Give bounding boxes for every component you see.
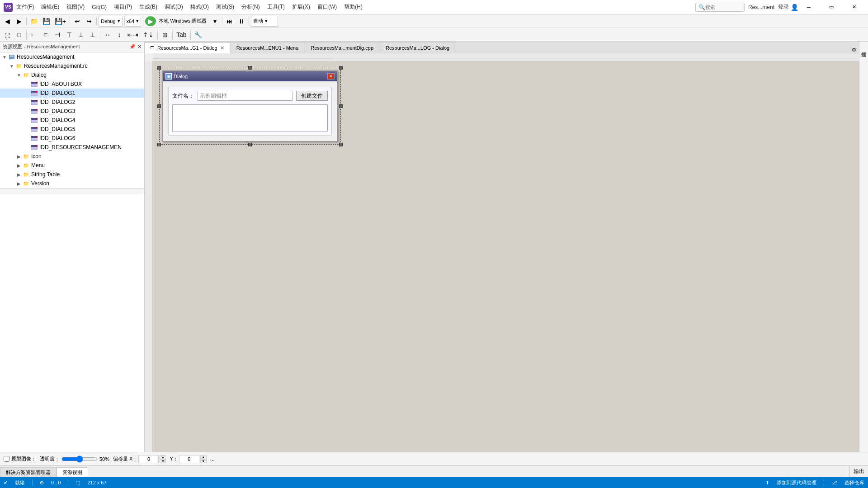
- menu-git[interactable]: Git(G): [88, 2, 110, 12]
- handle-br[interactable]: [339, 143, 343, 146]
- tab-dialog1[interactable]: 🗔 ResourcesMa...G1 - Dialog ✕: [145, 42, 230, 53]
- dialog-title-bar[interactable]: ▣ Dialog ✕: [163, 71, 337, 81]
- forward-button[interactable]: ▶: [14, 16, 24, 27]
- offset-x-input[interactable]: [138, 455, 159, 463]
- handle-bm[interactable]: [248, 143, 252, 146]
- redo-button[interactable]: ↪: [84, 16, 94, 27]
- prototype-checkbox-label[interactable]: 原型图像：: [4, 455, 36, 462]
- menu-format[interactable]: 格式(O): [187, 1, 212, 13]
- undo-button[interactable]: ↩: [72, 16, 83, 27]
- save-button[interactable]: 💾: [41, 16, 52, 27]
- pause-button[interactable]: ⏸: [236, 16, 247, 27]
- tree-idd-dialog6[interactable]: IDD_DIALOG6: [0, 134, 144, 143]
- offset-y-down[interactable]: ▼: [200, 459, 207, 463]
- save-all-button[interactable]: 💾+: [53, 16, 68, 27]
- minimize-button[interactable]: ─: [798, 0, 819, 14]
- properties-tab[interactable]: 属性: [859, 42, 868, 55]
- menu-build[interactable]: 生成(B): [136, 1, 161, 13]
- offset-x-down[interactable]: ▼: [160, 459, 166, 463]
- tree-icon-folder[interactable]: ▶ 📁 Icon: [0, 152, 144, 161]
- handle-ml[interactable]: [157, 104, 161, 108]
- offset-x-up[interactable]: ▲: [160, 455, 166, 459]
- dialog-close-button[interactable]: ✕: [327, 73, 335, 80]
- close-button[interactable]: ✕: [844, 0, 864, 14]
- menu-help[interactable]: 帮助(H): [340, 1, 366, 13]
- menu-test[interactable]: 测试(S): [212, 1, 238, 13]
- tool-space-h[interactable]: ⇤⇥: [126, 29, 140, 40]
- tree-idd-dialog1[interactable]: IDD_DIALOG1: [0, 89, 144, 98]
- dialog-textbox[interactable]: [172, 104, 328, 131]
- close-panel-icon[interactable]: ✕: [137, 44, 142, 50]
- search-box[interactable]: 🔍: [695, 3, 745, 12]
- tab-menu1[interactable]: ResourcesM...ENU1 - Menu: [231, 42, 305, 53]
- menu-analyze[interactable]: 分析(N): [238, 1, 264, 13]
- tool-align-right[interactable]: ⊣: [52, 29, 63, 40]
- tree-root[interactable]: ▼ ResourcesManagement: [0, 52, 144, 61]
- auto-dropdown[interactable]: 自动 ▾: [251, 16, 278, 27]
- tab-dlgcpp[interactable]: ResourcesMa...mentDlg.cpp: [305, 42, 379, 53]
- handle-tr[interactable]: [339, 66, 343, 70]
- tool-align-left[interactable]: ⊢: [28, 29, 39, 40]
- tree-menu-folder[interactable]: ▶ 📁 Menu: [0, 161, 144, 170]
- tool-test-dialog[interactable]: 🔧: [193, 29, 204, 40]
- run-dropdown-button[interactable]: ▾: [209, 16, 220, 27]
- login-label[interactable]: 登录: [778, 3, 789, 11]
- tool-size-h[interactable]: ↔: [102, 29, 113, 40]
- menu-view[interactable]: 视图(V): [63, 1, 88, 13]
- menu-project[interactable]: 项目(P): [110, 1, 136, 13]
- tab-dialog1-close[interactable]: ✕: [220, 45, 224, 51]
- tab-resource-view[interactable]: 资源视图: [57, 467, 88, 477]
- tool-tab-order[interactable]: Tab: [175, 29, 189, 40]
- handle-mr[interactable]: [339, 104, 343, 108]
- offset-y-up[interactable]: ▲: [200, 455, 207, 459]
- status-add-source[interactable]: 添加到源代码管理: [777, 479, 816, 486]
- tab-log-dialog[interactable]: ResourcesMa...LOG - Dialog: [380, 42, 455, 53]
- debug-config-dropdown[interactable]: Debug ▾: [99, 16, 122, 27]
- tree-string-table-folder[interactable]: ▶ 📁 String Table: [0, 170, 144, 179]
- sidebar-scrollbar[interactable]: [0, 188, 144, 194]
- tree-rc-file[interactable]: ▼ 📁 ResourcesManagement.rc: [0, 61, 144, 70]
- canvas-area[interactable]: ▣ Dialog ✕ 文件名： 创建文件: [153, 61, 859, 452]
- run-button[interactable]: ▶: [145, 16, 156, 26]
- tree-dialog-folder[interactable]: ▼ 📁 Dialog: [0, 70, 144, 80]
- tool-center-dialog[interactable]: ⊞: [160, 29, 170, 40]
- pin-icon[interactable]: 📌: [129, 44, 136, 50]
- tree-idd-dialog3[interactable]: IDD_DIALOG3: [0, 107, 144, 116]
- menu-edit[interactable]: 编辑(E): [38, 1, 63, 13]
- debug-step-button[interactable]: ⏭: [224, 16, 235, 27]
- tree-idd-resourcesmgmt[interactable]: IDD_RESOURCESMANAGEMEN: [0, 143, 144, 152]
- menu-debug[interactable]: 调试(D): [161, 1, 187, 13]
- transparency-slider[interactable]: [61, 455, 98, 463]
- offset-y-input[interactable]: [179, 455, 199, 463]
- menu-file[interactable]: 文件(F): [13, 1, 38, 13]
- menu-window[interactable]: 窗口(W): [314, 1, 340, 13]
- tab-settings-icon[interactable]: ⚙: [849, 47, 859, 53]
- tool-dialog[interactable]: □: [14, 29, 24, 40]
- handle-tl[interactable]: [157, 66, 161, 70]
- handle-bl[interactable]: [157, 143, 161, 146]
- restore-button[interactable]: ▭: [821, 0, 842, 14]
- back-button[interactable]: ◀: [2, 16, 13, 27]
- more-button[interactable]: ...: [210, 456, 215, 462]
- menu-tools[interactable]: 工具(T): [264, 1, 288, 13]
- tree-idd-dialog4[interactable]: IDD_DIALOG4: [0, 116, 144, 125]
- platform-dropdown[interactable]: x64 ▾: [124, 16, 142, 27]
- tool-align-center-v[interactable]: ⊥: [75, 29, 86, 40]
- tree-idd-dialog5[interactable]: IDD_DIALOG5: [0, 125, 144, 134]
- handle-tm[interactable]: [248, 66, 252, 70]
- tree-idd-dialog2[interactable]: IDD_DIALOG2: [0, 98, 144, 107]
- tree-version-folder[interactable]: ▶ 📁 Version: [0, 179, 144, 188]
- tree-idd-aboutbox[interactable]: IDD_ABOUTBOX: [0, 80, 144, 89]
- status-repo[interactable]: 选择仓库: [844, 479, 864, 486]
- tool-size-v[interactable]: ↕: [114, 29, 125, 40]
- open-button[interactable]: 📁: [28, 16, 40, 27]
- tool-space-v[interactable]: ⇡⇣: [141, 29, 156, 40]
- prototype-checkbox[interactable]: [4, 456, 9, 462]
- tool-align-center-h[interactable]: ≡: [40, 29, 51, 40]
- search-input[interactable]: [705, 5, 741, 10]
- dialog-filename-input[interactable]: [198, 91, 292, 101]
- tool-align-top[interactable]: ⊤: [64, 29, 75, 40]
- tool-select[interactable]: ⬚: [2, 29, 13, 40]
- menu-extensions[interactable]: 扩展(X): [288, 1, 314, 13]
- dialog-create-button[interactable]: 创建文件: [296, 91, 328, 101]
